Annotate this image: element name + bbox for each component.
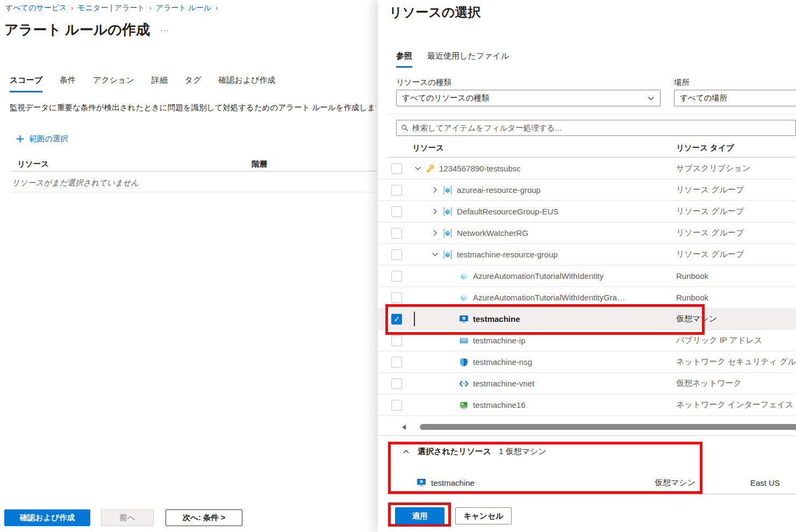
selected-resources-count: 1 仮想マシン bbox=[499, 447, 547, 457]
table-row[interactable]: AzureAutomationTutorialWithIdentity Runb… bbox=[378, 265, 796, 287]
resource-group-icon bbox=[443, 250, 453, 260]
breadcrumb-separator: › bbox=[71, 4, 73, 12]
table-row[interactable]: testmachine-vnet 仮想ネットワーク bbox=[378, 373, 796, 394]
resource-type-label: リソースの種類 bbox=[396, 77, 451, 88]
resource-name: DefaultResourceGroup-EUS bbox=[457, 207, 558, 216]
virtual-machine-icon bbox=[459, 314, 469, 324]
scrollbar-thumb[interactable] bbox=[420, 424, 796, 430]
panel-tabs: 参照 最近使用したファイル bbox=[396, 51, 509, 68]
resource-type: パブリック IP アドレス bbox=[676, 335, 762, 346]
scope-empty-message: リソースがまだ選択されていません bbox=[12, 178, 139, 188]
table-row[interactable]: AzureAutomationTutorialWithIdentityGra… … bbox=[378, 287, 796, 308]
table-row[interactable]: testmachine-resource-group リソース グループ bbox=[378, 244, 796, 265]
tab-scope[interactable]: スコープ bbox=[10, 75, 42, 92]
tab-browse[interactable]: 参照 bbox=[396, 51, 412, 68]
azure-portal-page: すべてのサービス›モニター | アラート›アラート ルール› アラート ルールの… bbox=[0, 0, 796, 532]
filter-search-box[interactable] bbox=[396, 120, 796, 136]
nsg-shield-icon bbox=[459, 357, 469, 367]
resource-type: サブスクリプション bbox=[676, 163, 750, 174]
resource-name: testmachine-nsg bbox=[473, 357, 532, 366]
resource-type-value: すべてのリソースの種類 bbox=[402, 93, 489, 103]
column-resource: リソース bbox=[412, 143, 444, 153]
tab-recent[interactable]: 最近使用したファイル bbox=[427, 51, 509, 68]
key-icon bbox=[425, 164, 435, 174]
breadcrumb-monitor-alerts[interactable]: モニター | アラート bbox=[77, 3, 145, 12]
location-label: 場所 bbox=[674, 77, 690, 88]
row-checkbox[interactable] bbox=[391, 378, 402, 389]
breadcrumb-alert-rules[interactable]: アラート ルール bbox=[156, 3, 212, 12]
resource-name: testmachine16 bbox=[473, 400, 526, 409]
title-more-menu[interactable]: ··· bbox=[160, 26, 169, 34]
chevron-right-icon[interactable] bbox=[431, 207, 439, 215]
resource-name: AzureAutomationTutorialWithIdentity bbox=[473, 271, 604, 281]
resource-name: testmachine bbox=[473, 314, 520, 323]
select-scope-button[interactable]: 範囲の選択 bbox=[16, 134, 68, 144]
tab-tags[interactable]: タグ bbox=[185, 75, 202, 92]
row-checkbox[interactable] bbox=[391, 400, 402, 411]
chevron-right-icon[interactable] bbox=[431, 229, 439, 237]
chevron-up-icon[interactable] bbox=[402, 448, 410, 456]
divider bbox=[11, 192, 376, 192]
resource-group-icon bbox=[443, 207, 453, 217]
resource-name: 1234567890-testsubsc bbox=[439, 164, 521, 173]
resource-table: 1234567890-testsubsc サブスクリプション azureai-r… bbox=[378, 158, 796, 416]
table-row[interactable]: NetworkWatcherRG リソース グループ bbox=[378, 222, 796, 244]
plus-icon bbox=[16, 135, 24, 143]
breadcrumb-all-services[interactable]: すべてのサービス bbox=[5, 3, 67, 12]
resource-type: 仮想マシン bbox=[676, 314, 717, 324]
tab-review-create[interactable]: 確認および作成 bbox=[219, 75, 276, 92]
row-checkbox[interactable] bbox=[391, 292, 402, 303]
select-resource-panel: リソースの選択 参照 最近使用したファイル リソースの種類 場所 すべてのリソー… bbox=[378, 0, 796, 532]
chevron-right-icon[interactable] bbox=[431, 186, 439, 194]
table-row[interactable]: testmachine16 ネットワーク インターフェイス bbox=[378, 394, 796, 416]
selected-resources-header[interactable]: 選択されたリソース 1 仮想マシン bbox=[378, 447, 547, 457]
resource-name: NetworkWatcherRG bbox=[457, 228, 528, 238]
search-icon bbox=[401, 124, 408, 132]
divider bbox=[388, 114, 796, 114]
column-resource-type: リソース タイプ bbox=[676, 143, 734, 153]
resource-name: testmachine-vnet bbox=[473, 379, 534, 388]
row-checkbox[interactable] bbox=[391, 206, 402, 217]
search-input[interactable] bbox=[412, 124, 791, 132]
tab-details[interactable]: 詳細 bbox=[152, 75, 168, 92]
horizontal-scrollbar[interactable] bbox=[401, 423, 796, 430]
selected-resource-name: testmachine bbox=[431, 478, 475, 487]
runbook-icon bbox=[459, 293, 469, 303]
table-row[interactable]: DefaultResourceGroup-EUS リソース グループ bbox=[378, 201, 796, 222]
row-checkbox[interactable] bbox=[391, 228, 402, 239]
row-checkbox[interactable] bbox=[391, 357, 402, 368]
row-checkbox-checked[interactable] bbox=[391, 314, 402, 325]
table-row[interactable]: 1234567890-testsubsc サブスクリプション bbox=[378, 158, 796, 179]
previous-button[interactable]: 前へ bbox=[101, 509, 154, 526]
scroll-left-icon[interactable] bbox=[401, 425, 407, 430]
next-condition-button[interactable]: 次へ: 条件 > bbox=[166, 509, 242, 526]
table-row[interactable]: testmachine-ip パブリック IP アドレス bbox=[378, 330, 796, 351]
chevron-down-icon[interactable] bbox=[414, 164, 422, 172]
location-dropdown[interactable]: すべての場所 bbox=[674, 90, 796, 106]
tab-condition[interactable]: 条件 bbox=[60, 75, 76, 92]
review-create-button[interactable]: 確認および作成 bbox=[4, 509, 90, 526]
tab-actions[interactable]: アクション bbox=[93, 75, 134, 92]
row-checkbox[interactable] bbox=[391, 249, 402, 260]
row-checkbox[interactable] bbox=[391, 335, 402, 346]
table-row[interactable]: azureai-resource-group リソース グループ bbox=[378, 179, 796, 201]
resource-name: azureai-resource-group bbox=[457, 185, 541, 195]
row-checkbox[interactable] bbox=[391, 271, 402, 282]
selected-resource-row[interactable]: testmachine 仮想マシン East US bbox=[378, 473, 796, 492]
row-checkbox[interactable] bbox=[391, 163, 402, 174]
location-value: すべての場所 bbox=[680, 93, 727, 103]
apply-button[interactable]: 適用 bbox=[395, 507, 444, 524]
breadcrumb-separator: › bbox=[149, 4, 152, 12]
resource-type-dropdown[interactable]: すべてのリソースの種類 bbox=[396, 90, 661, 106]
table-row[interactable]: testmachine-nsg ネットワーク セキュリティ グループ bbox=[378, 351, 796, 373]
virtual-network-icon bbox=[459, 379, 469, 389]
create-alert-rule-pane: すべてのサービス›モニター | アラート›アラート ルール› アラート ルールの… bbox=[0, 0, 376, 532]
cancel-button[interactable]: キャンセル bbox=[455, 507, 512, 524]
row-checkbox[interactable] bbox=[391, 185, 402, 196]
resource-type: Runbook bbox=[676, 293, 708, 302]
table-row-testmachine-selected[interactable]: testmachine 仮想マシン bbox=[378, 308, 796, 330]
divider bbox=[388, 494, 796, 494]
select-scope-label: 範囲の選択 bbox=[29, 134, 68, 144]
chevron-down-icon[interactable] bbox=[431, 250, 439, 258]
chevron-down-icon bbox=[647, 95, 655, 102]
